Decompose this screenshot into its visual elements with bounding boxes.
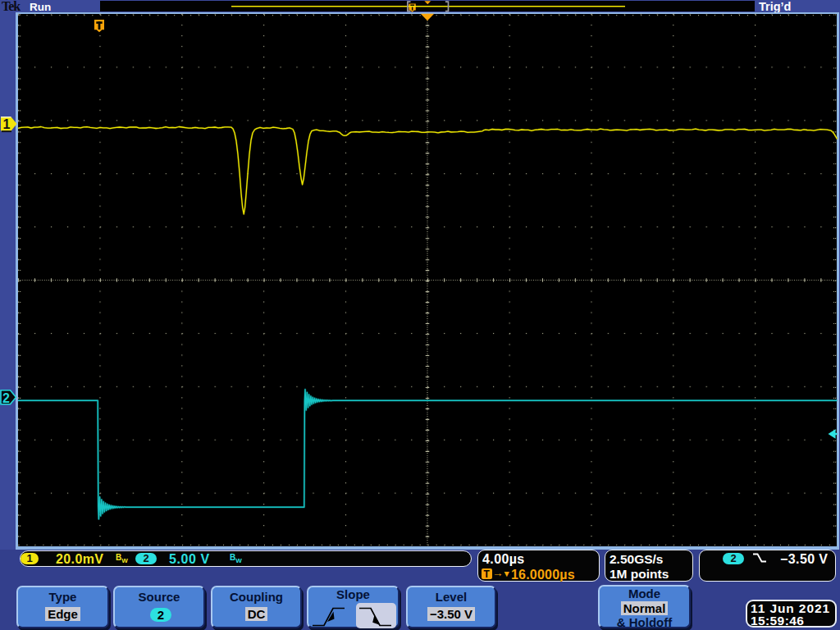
svg-text:2: 2 — [2, 391, 10, 405]
svg-text:1: 1 — [3, 117, 11, 131]
